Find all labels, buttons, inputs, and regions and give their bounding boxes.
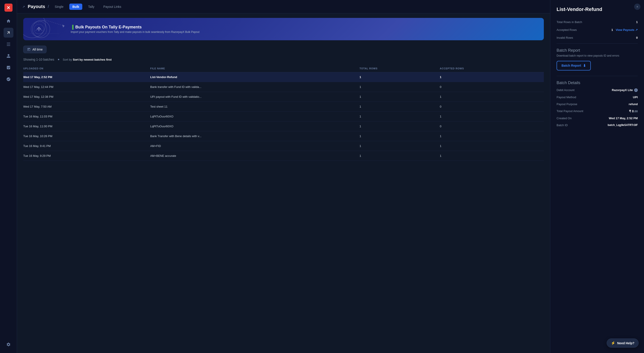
logo[interactable]	[4, 4, 12, 12]
sort-button[interactable]: Sort by Sort by newest batches first	[63, 58, 112, 61]
table-row[interactable]: Wed 17 May, 12:44 PMBank transfer with F…	[23, 82, 544, 92]
cell-1: Bank transfer with Fund ID with valida..…	[150, 82, 360, 92]
col-uploaded-on: UPLOADED ON	[23, 65, 150, 72]
table-row[interactable]: Wed 17 May, 12:38 PMUPI payout with Fund…	[23, 92, 544, 102]
payout-method-row: Payout Method UPI	[556, 94, 638, 101]
sort-dot-icon	[58, 59, 59, 60]
sidebar-item-home[interactable]	[4, 16, 14, 26]
cell-3: 0	[440, 122, 544, 131]
table-row[interactable]: Tue 16 May, 10:26 PMBank Transfer with B…	[23, 131, 544, 141]
cell-3: 0	[440, 102, 544, 112]
need-help-button[interactable]: ⚡ Need Help?	[607, 338, 639, 348]
col-accepted-rows: ACCEPTED ROWS	[440, 65, 544, 72]
cell-2: 1	[360, 72, 440, 82]
col-total-rows: TOTAL ROWS	[360, 65, 440, 72]
cell-1: AM+FID	[150, 141, 360, 151]
panel-divider-1	[556, 43, 638, 44]
lightning-icon: ⚡	[611, 341, 616, 345]
batch-report-button[interactable]: Batch Report ⬇	[556, 61, 591, 71]
content-area: ▐ Bulk Payouts On Tally E-Payments Impor…	[17, 14, 550, 353]
col-file-name: FILE NAME	[150, 65, 360, 72]
cell-2: 1	[360, 102, 440, 112]
cell-1: List-Vendor-Refund	[150, 72, 360, 82]
cell-0: Tue 16 May, 10:26 PM	[23, 131, 150, 141]
tab-bulk[interactable]: Bulk	[69, 4, 82, 10]
banner: ▐ Bulk Payouts On Tally E-Payments Impor…	[23, 18, 544, 40]
debit-account-label: Debit Account	[556, 88, 574, 92]
topnav: ↗ Payouts / Single Bulk Tally Payout Lin…	[17, 0, 550, 14]
showing-text: Showing 1-10 batches	[23, 58, 54, 61]
table-meta: Showing 1-10 batches Sort by Sort by new…	[23, 58, 544, 61]
batch-report-section-title: Batch Report	[556, 48, 638, 53]
sidebar-item-contacts[interactable]	[4, 51, 14, 61]
total-rows-value: 1	[636, 20, 638, 24]
debit-account-row: Debit Account RazorpayX Lite i	[556, 87, 638, 94]
total-rows-label: Total Rows in Batch	[556, 20, 582, 24]
payout-purpose-value: refund	[629, 103, 638, 106]
accepted-rows-label: Accepted Rows	[556, 28, 577, 32]
sidebar-item-transactions[interactable]	[4, 39, 14, 49]
date-filter-button[interactable]: All time	[23, 46, 46, 53]
cell-2: 1	[360, 112, 440, 122]
tab-single[interactable]: Single	[52, 4, 67, 10]
total-payout-amount-label: Total Payout Amount	[556, 109, 583, 113]
info-icon[interactable]: i	[634, 88, 638, 92]
table-row[interactable]: Wed 17 May, 7:50 AMTest sheet 1110	[23, 102, 544, 112]
banner-content: ▐ Bulk Payouts On Tally E-Payments Impor…	[71, 25, 200, 34]
tab-tally[interactable]: Tally	[85, 4, 98, 10]
page-title: Payouts	[28, 4, 45, 9]
batch-id-row: Batch ID batch_Lqg9eSATRTr3lF	[556, 122, 638, 129]
sidebar-item-settings[interactable]	[4, 339, 14, 349]
accepted-rows-group: 1 View Payouts ↗	[611, 28, 638, 32]
nav-arrow-icon: ↗	[22, 5, 25, 9]
cell-0: Tue 16 May, 9:41 PM	[23, 141, 150, 151]
sidebar	[0, 0, 17, 353]
total-payout-amount-row: Total Payout Amount ₹ 0.00	[556, 108, 638, 115]
cell-0: Tue 16 May, 11:03 PM	[23, 112, 150, 122]
cell-2: 1	[360, 122, 440, 131]
payout-purpose-label: Payout Purpose	[556, 103, 577, 106]
table-row[interactable]: Tue 16 May, 11:03 PMLqPtTuOuur60XO11	[23, 112, 544, 122]
cell-1: AM+BENE accurate	[150, 151, 360, 161]
invalid-rows-row: Invalid Rows 0	[556, 34, 638, 42]
invalid-rows-label: Invalid Rows	[556, 36, 573, 39]
sort-label: Sort by	[63, 58, 72, 61]
tab-payout-links[interactable]: Payout Links	[100, 4, 124, 10]
batch-id-label: Batch ID	[556, 124, 568, 127]
cell-0: Wed 17 May, 12:44 PM	[23, 82, 150, 92]
table-row[interactable]: Tue 16 May, 9:41 PMAM+FID11	[23, 141, 544, 151]
batch-id-value: batch_Lqg9eSATRTr3lF	[608, 124, 638, 127]
cell-1: Bank Transfer with Bene details with v..…	[150, 131, 360, 141]
batch-details-section-title: Batch Details	[556, 81, 638, 85]
sidebar-item-integrations[interactable]	[4, 74, 14, 84]
cell-0: Tue 16 May, 11:00 PM	[23, 122, 150, 131]
invalid-rows-value: 0	[636, 36, 638, 39]
cell-2: 1	[360, 151, 440, 161]
cell-2: 1	[360, 92, 440, 102]
cell-1: LqPtTuOuur60XO	[150, 112, 360, 122]
svg-marker-2	[62, 25, 64, 28]
created-on-row: Created On Wed 17 May, 2:52 PM	[556, 115, 638, 122]
cell-0: Tue 16 May, 9:29 PM	[23, 151, 150, 161]
table-row[interactable]: Wed 17 May, 2:52 PMList-Vendor-Refund11	[23, 72, 544, 82]
cell-1: Test sheet 11	[150, 102, 360, 112]
payout-method-label: Payout Method	[556, 96, 576, 99]
detail-panel: × List-Vendor-Refund Total Rows in Batch…	[550, 0, 644, 353]
table-row[interactable]: Tue 16 May, 11:00 PMLqPtTuOuur60XO10	[23, 122, 544, 131]
panel-close-button[interactable]: ×	[634, 4, 640, 10]
cell-3: 1	[440, 131, 544, 141]
payout-method-value: UPI	[633, 96, 638, 99]
external-link-icon: ↗	[635, 28, 638, 32]
cell-2: 1	[360, 82, 440, 92]
table-row[interactable]: Tue 16 May, 9:29 PMAM+BENE accurate11	[23, 151, 544, 161]
sidebar-item-reports[interactable]	[4, 63, 14, 73]
created-on-label: Created On	[556, 117, 572, 120]
accepted-rows-value: 1	[611, 28, 613, 32]
sidebar-item-payouts[interactable]	[4, 28, 14, 38]
download-icon: ⬇	[583, 64, 586, 68]
cell-3: 1	[440, 151, 544, 161]
main-content: ↗ Payouts / Single Bulk Tally Payout Lin…	[17, 0, 550, 353]
calendar-icon	[27, 48, 31, 51]
cell-3: 1	[440, 141, 544, 151]
view-payouts-button[interactable]: View Payouts ↗	[616, 28, 638, 32]
